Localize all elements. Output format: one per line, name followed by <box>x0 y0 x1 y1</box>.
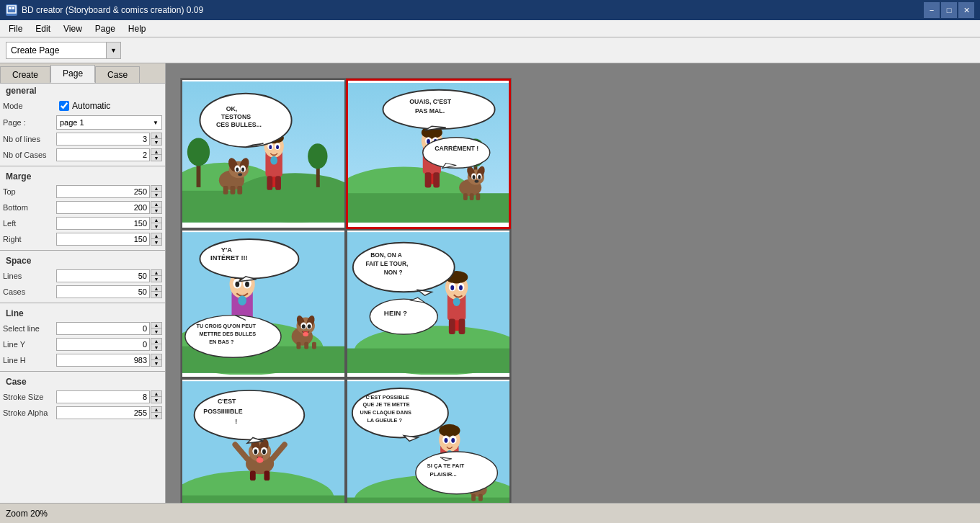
svg-point-81 <box>245 282 249 287</box>
stroke-size-up[interactable]: ▲ <box>151 391 161 397</box>
stroke-size-input[interactable] <box>56 390 150 403</box>
page-container: OK, TESTONS CES BULLES... <box>166 63 526 503</box>
mode-value: Automatic <box>72 101 110 111</box>
comic-panel-6[interactable]: C'EST POSSIBLE QUE JE TE METTE UNE CLAQU… <box>346 378 511 503</box>
right-spinner[interactable]: ▲ ▼ <box>151 233 162 246</box>
bottom-row: Bottom ▲ ▼ <box>0 200 165 215</box>
menu-help[interactable]: Help <box>122 22 152 35</box>
left-down[interactable]: ▼ <box>151 223 161 229</box>
space-cases-field: ▲ ▼ <box>56 285 162 298</box>
maximize-button[interactable]: □ <box>941 2 957 18</box>
stroke-size-row: Stroke Size ▲ ▼ <box>0 389 165 405</box>
line-h-field: ▲ ▼ <box>56 354 162 367</box>
comic-panel-2[interactable]: OUAIS, C'EST PAS MAL. CARRÉMENT ! <box>346 79 511 229</box>
svg-text:CARRÉMENT !: CARRÉMENT ! <box>435 145 478 152</box>
svg-text:C'EST POSSIBLE: C'EST POSSIBLE <box>365 394 409 401</box>
stroke-alpha-down[interactable]: ▼ <box>151 413 161 419</box>
space-lines-label: Lines <box>3 272 55 280</box>
menu-edit[interactable]: Edit <box>30 22 56 35</box>
top-up[interactable]: ▲ <box>151 186 161 192</box>
right-up[interactable]: ▲ <box>151 233 161 239</box>
comic-panel-1[interactable]: OK, TESTONS CES BULLES... <box>181 79 346 229</box>
line-y-spinner[interactable]: ▲ ▼ <box>151 338 162 351</box>
top-down[interactable]: ▼ <box>151 192 161 197</box>
canvas-area[interactable]: OK, TESTONS CES BULLES... <box>166 63 980 503</box>
nb-cases-spinner[interactable]: ▲ ▼ <box>151 148 162 161</box>
left-input[interactable] <box>56 217 150 230</box>
titlebar-controls[interactable]: − □ ✕ <box>924 2 974 18</box>
stroke-alpha-spinner[interactable]: ▲ ▼ <box>151 406 162 419</box>
stroke-size-down[interactable]: ▼ <box>151 397 161 403</box>
general-header: general <box>0 84 165 98</box>
right-down[interactable]: ▼ <box>151 239 161 245</box>
svg-point-29 <box>238 173 242 176</box>
stroke-size-spinner[interactable]: ▲ ▼ <box>151 390 162 403</box>
page-select[interactable]: page 1 ▼ <box>56 115 162 130</box>
bottom-up[interactable]: ▲ <box>151 202 161 207</box>
select-line-input[interactable] <box>56 322 150 335</box>
line-y-up[interactable]: ▲ <box>151 339 161 344</box>
comic-panel-5[interactable]: C'EST POSSIIIIIBLE ! <box>181 378 346 503</box>
top-input[interactable] <box>56 185 150 198</box>
svg-text:LA GUEULE ?: LA GUEULE ? <box>367 417 402 424</box>
space-cases-input[interactable] <box>56 285 150 298</box>
space-cases-spinner[interactable]: ▲ ▼ <box>151 285 162 298</box>
right-input[interactable] <box>56 233 150 246</box>
stroke-alpha-up[interactable]: ▲ <box>151 407 161 413</box>
line-h-up[interactable]: ▲ <box>151 354 161 360</box>
space-lines-up[interactable]: ▲ <box>151 270 161 276</box>
line-h-spinner[interactable]: ▲ ▼ <box>151 354 162 367</box>
create-page-dropdown[interactable]: Create Page ▼ <box>6 42 121 59</box>
top-spinner[interactable]: ▲ ▼ <box>151 185 162 198</box>
bottom-spinner[interactable]: ▲ ▼ <box>151 201 162 214</box>
svg-point-138 <box>254 450 257 455</box>
svg-rect-6 <box>182 191 344 223</box>
nb-lines-field: ▲ ▼ <box>56 133 162 146</box>
line-h-input[interactable] <box>56 354 150 367</box>
space-lines-input[interactable] <box>56 269 150 282</box>
nb-cases-up[interactable]: ▲ <box>151 149 161 155</box>
tab-case[interactable]: Case <box>95 66 140 83</box>
space-lines-down[interactable]: ▼ <box>151 276 161 282</box>
comic-panel-4[interactable]: BON, ON A FAIT LE TOUR, NON ? HEIN ? <box>346 229 511 378</box>
bottom-down[interactable]: ▼ <box>151 207 161 213</box>
svg-text:Y'A: Y'A <box>221 246 232 254</box>
tab-page[interactable]: Page <box>50 65 95 83</box>
select-line-spinner[interactable]: ▲ ▼ <box>151 322 162 335</box>
left-up[interactable]: ▲ <box>151 218 161 223</box>
bottom-input[interactable] <box>56 201 150 214</box>
nb-lines-down[interactable]: ▼ <box>151 139 161 145</box>
nb-cases-field: ▲ ▼ <box>56 148 162 161</box>
stroke-alpha-input[interactable] <box>56 406 150 419</box>
select-line-down[interactable]: ▼ <box>151 328 161 334</box>
nb-lines-input[interactable] <box>56 133 150 146</box>
tab-create[interactable]: Create <box>0 66 50 83</box>
line-h-row: Line H ▲ ▼ <box>0 352 165 368</box>
nb-lines-up[interactable]: ▲ <box>151 133 161 139</box>
svg-text:CES BULLES...: CES BULLES... <box>216 121 262 128</box>
nb-lines-spinner[interactable]: ▲ ▼ <box>151 133 162 146</box>
space-cases-up[interactable]: ▲ <box>151 286 161 292</box>
close-button[interactable]: ✕ <box>958 2 974 18</box>
space-cases-row: Cases ▲ ▼ <box>0 284 165 300</box>
space-lines-spinner[interactable]: ▲ ▼ <box>151 269 162 282</box>
left-spinner[interactable]: ▲ ▼ <box>151 217 162 230</box>
line-y-down[interactable]: ▼ <box>151 344 161 350</box>
svg-point-115 <box>459 285 463 290</box>
comic-panel-3[interactable]: Y'A INTÉRET !!! TU CROIS QU'ON PEUT METT… <box>181 229 346 378</box>
line-h-down[interactable]: ▼ <box>151 360 161 366</box>
app-title: BD creator (Storyboard & comics creation… <box>22 5 203 15</box>
minimize-button[interactable]: − <box>924 2 940 18</box>
mode-checkbox[interactable] <box>59 101 69 111</box>
space-cases-down[interactable]: ▼ <box>151 292 161 298</box>
nb-cases-down[interactable]: ▼ <box>151 155 161 161</box>
menu-view[interactable]: View <box>58 22 88 35</box>
svg-rect-2 <box>12 7 14 9</box>
main-layout: Create Page Case general Mode Automatic … <box>0 63 980 503</box>
menu-page[interactable]: Page <box>89 22 121 35</box>
stroke-size-label: Stroke Size <box>3 393 55 401</box>
menu-file[interactable]: File <box>3 22 28 35</box>
select-line-up[interactable]: ▲ <box>151 323 161 328</box>
nb-cases-input[interactable] <box>56 148 150 161</box>
line-y-input[interactable] <box>56 338 150 351</box>
